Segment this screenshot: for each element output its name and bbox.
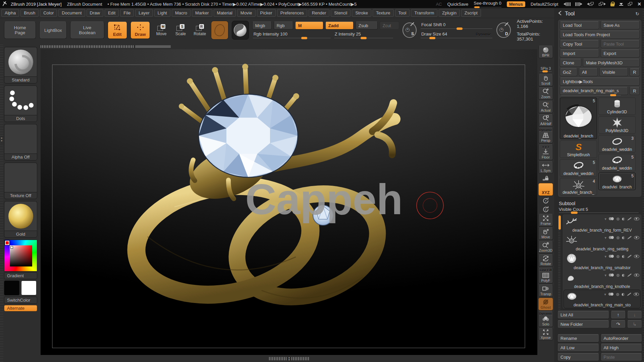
panel-scrollbar[interactable] bbox=[643, 8, 644, 362]
tool-item[interactable]: 3 deadvlei_weddin bbox=[598, 135, 636, 153]
move-into-button[interactable]: ↳ bbox=[627, 320, 642, 328]
subtool-uv-icon[interactable] bbox=[616, 293, 619, 296]
move-up-button[interactable]: ↑ bbox=[611, 311, 626, 319]
scale-button[interactable]: S Scale bbox=[173, 24, 189, 36]
menubar-item[interactable]: Color bbox=[40, 9, 57, 17]
tool-item[interactable]: 5 deadvlei_branch bbox=[598, 173, 636, 190]
current-tool-r-button[interactable]: R bbox=[630, 87, 640, 95]
tool-item[interactable]: 5 deadvlei_weddin bbox=[598, 154, 636, 171]
menubar-item[interactable]: Brush bbox=[20, 9, 39, 17]
goz-all-button[interactable]: All bbox=[579, 68, 598, 76]
menus-button[interactable]: Menus bbox=[507, 1, 525, 7]
z-intensity-slider[interactable]: Z Intensity 25 bbox=[333, 31, 394, 39]
visible-count-handle[interactable] bbox=[571, 212, 578, 214]
menubar-item[interactable]: File bbox=[120, 9, 134, 17]
tool-item[interactable]: PolyMesh3D bbox=[598, 116, 636, 134]
right-shelf-button[interactable]: Rotate bbox=[538, 254, 553, 267]
gradient-label[interactable]: Gradient bbox=[4, 272, 37, 279]
right-shelf-button[interactable]: BPR bbox=[538, 46, 553, 58]
secondary-color-swatch[interactable] bbox=[21, 281, 37, 295]
paste-button[interactable]: Paste bbox=[601, 353, 642, 361]
right-shelf-button[interactable]: Zoom bbox=[538, 87, 553, 100]
current-tool-handle[interactable] bbox=[610, 94, 616, 96]
right-shelf-button[interactable]: x y z Floor bbox=[538, 144, 553, 160]
menubar-item[interactable]: Transform bbox=[411, 9, 437, 17]
right-shelf-button[interactable]: Move bbox=[538, 227, 553, 240]
right-shelf-button[interactable]: AAHalf bbox=[538, 114, 553, 127]
color-picker[interactable] bbox=[4, 240, 37, 272]
move-down-button[interactable]: ↓ bbox=[627, 311, 642, 319]
lightbox-tools-button[interactable]: Lightbox▶Tools bbox=[560, 77, 640, 85]
m-button[interactable]: M bbox=[295, 21, 323, 29]
menubar-item[interactable]: Document bbox=[58, 9, 85, 17]
current-alpha-button[interactable] bbox=[4, 124, 37, 154]
home-page-button[interactable]: Home Page bbox=[4, 21, 36, 39]
mrgb-button[interactable]: Mrgb bbox=[252, 21, 272, 29]
subtool-paint-icon[interactable] bbox=[627, 293, 631, 296]
menubar-item[interactable]: Preferences bbox=[277, 9, 307, 17]
subtool-displacement-icon[interactable] bbox=[622, 255, 625, 258]
right-shelf-button[interactable]: Frame bbox=[538, 214, 553, 227]
subtool-polypaint-icon[interactable] bbox=[609, 255, 614, 258]
menubar-item[interactable]: Macro bbox=[172, 9, 191, 17]
menubar-item[interactable]: Picker bbox=[257, 9, 276, 17]
alternate-button[interactable]: Alternate bbox=[4, 305, 37, 311]
menubar-item[interactable]: Zplugin bbox=[439, 9, 460, 17]
menubar-item[interactable]: Material bbox=[214, 9, 236, 17]
new-folder-button[interactable]: New Folder bbox=[557, 320, 609, 328]
right-shelf-button[interactable]: Line Fill PolyF bbox=[538, 267, 553, 284]
subtool-paint-icon[interactable] bbox=[627, 236, 632, 239]
load-tool-button[interactable]: Load Tool bbox=[560, 21, 599, 29]
depth-dial-button[interactable]: D bbox=[496, 22, 511, 38]
quicksave-button[interactable]: QuickSave bbox=[447, 2, 468, 7]
menubar-item[interactable]: Movie bbox=[237, 9, 256, 17]
subtool-item[interactable]: ▾ deadvlei_branch_ring_main_sto bbox=[564, 290, 641, 308]
menubar-item[interactable]: Alpha bbox=[1, 9, 19, 17]
minimize-button[interactable] bbox=[619, 2, 623, 6]
right-shelf-button[interactable]: x1 Actual bbox=[538, 101, 553, 113]
stroke-dial-button[interactable]: S bbox=[402, 22, 417, 38]
right-shelf-button[interactable]: Transp bbox=[538, 284, 553, 297]
main-color-swatch[interactable] bbox=[4, 281, 19, 295]
menubar-item[interactable]: Stroke bbox=[352, 9, 371, 17]
live-boolean-button[interactable]: Live Boolean bbox=[70, 21, 104, 39]
save-as-button[interactable]: Save As bbox=[601, 21, 640, 29]
current-stroke-button[interactable] bbox=[4, 85, 37, 115]
focal-shift-slider[interactable]: Focal Shift 0 bbox=[420, 21, 493, 29]
subtool-displacement-icon[interactable] bbox=[622, 218, 625, 221]
current-texture-button[interactable] bbox=[4, 163, 37, 192]
panel-refresh-icon[interactable]: ↻ bbox=[635, 11, 639, 16]
document-canvas[interactable]: Cappeh bbox=[41, 49, 537, 355]
right-shelf-button[interactable] bbox=[538, 174, 553, 182]
subtool-displacement-icon[interactable] bbox=[622, 293, 625, 296]
subtool-item[interactable]: ▾ deadvlei_branch_ring_form_REV bbox=[564, 215, 641, 233]
zadd-button[interactable]: Zadd bbox=[325, 21, 354, 29]
right-shelf-button[interactable]: Dynamic Persp bbox=[538, 127, 553, 143]
subtool-visibility-icon[interactable] bbox=[634, 274, 639, 277]
goz-button[interactable]: GoZ bbox=[560, 68, 577, 76]
menubar-item[interactable]: Tool bbox=[395, 9, 410, 17]
shrink-ui-icon[interactable] bbox=[564, 2, 571, 6]
menubar-item[interactable]: Draw bbox=[87, 9, 103, 17]
right-shelf-button[interactable]: SPix 3 bbox=[538, 59, 553, 73]
right-shelf-button[interactable]: Z bbox=[538, 205, 553, 213]
menubar-item[interactable]: Marker bbox=[192, 9, 212, 17]
subtool-visibility-icon[interactable] bbox=[634, 255, 639, 258]
subtool-polypaint-icon[interactable] bbox=[609, 274, 614, 277]
tool-item[interactable]: S SimpleBrush bbox=[560, 140, 597, 158]
subtool-polyframe-icon[interactable]: ▾ bbox=[604, 236, 606, 239]
canvas-top-scrollbar[interactable] bbox=[41, 45, 134, 48]
tool-item[interactable]: 5 deadvlei_weddin bbox=[560, 159, 597, 177]
visible-count-slider[interactable]: Visible Count 5 bbox=[557, 207, 642, 214]
subtool-polyframe-icon[interactable]: ▾ bbox=[604, 255, 606, 258]
goz-visible-button[interactable]: Visible bbox=[599, 68, 628, 76]
subtool-uv-icon[interactable] bbox=[616, 236, 620, 239]
draw-button[interactable]: Draw bbox=[130, 21, 150, 39]
export-button[interactable]: Export bbox=[601, 49, 640, 57]
edit-button[interactable]: Edit bbox=[108, 21, 127, 39]
subtool-item[interactable]: ▾ deadvlei_branch_ring_knothole bbox=[564, 271, 641, 290]
menubar-item[interactable]: Edit bbox=[105, 9, 119, 17]
menubar-item[interactable]: Stencil bbox=[331, 9, 351, 17]
subtool-polypaint-icon[interactable] bbox=[608, 293, 614, 296]
list-all-button[interactable]: List All bbox=[557, 311, 609, 319]
